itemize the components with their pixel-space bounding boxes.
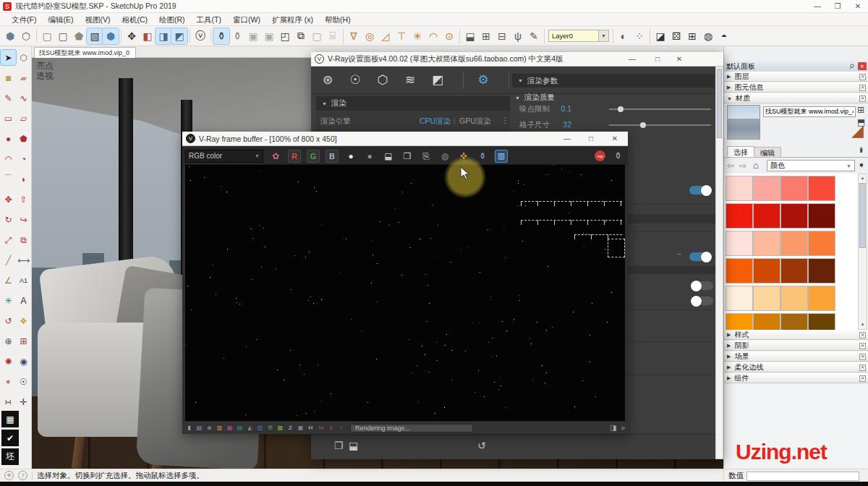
settings-save-icon[interactable]: ⬓ — [349, 440, 358, 451]
face-style-shaded-solid-icon[interactable]: ⬟ — [71, 28, 87, 44]
clear-image-icon[interactable]: ◍ — [438, 150, 451, 163]
material-replace-icon[interactable]: ⁘ — [631, 28, 647, 44]
push-pull-tool[interactable]: ⇧ — [16, 192, 31, 207]
vray-rect-light-icon[interactable]: ∇ — [346, 28, 362, 44]
option-toggle-off-1[interactable] — [692, 281, 713, 290]
select-tool[interactable]: ➤ — [1, 50, 16, 65]
color-swatch-22[interactable] — [781, 314, 807, 330]
vray-materials-tab-icon[interactable]: ≋ — [399, 69, 421, 91]
vray-clipper-icon[interactable]: ✎ — [526, 28, 542, 44]
color-swatch-17[interactable] — [754, 286, 780, 310]
color-swatch-7[interactable] — [809, 204, 835, 228]
move-tool[interactable]: ✥ — [1, 192, 16, 207]
param-value-1[interactable]: 32 — [550, 120, 571, 129]
color-swatch-10[interactable] — [781, 231, 807, 255]
polygon-tool[interactable]: ⬟ — [16, 131, 31, 146]
fb-teapot-icon[interactable]: ⚱ — [614, 150, 622, 161]
tray-materials-close-icon[interactable]: ✕ — [859, 95, 866, 102]
settings-scrollbar[interactable] — [715, 67, 723, 459]
face-style-textured-icon[interactable]: ▧ — [87, 28, 103, 44]
line-tool[interactable]: ✎ — [1, 90, 16, 106]
engine-more-icon[interactable]: ⋮ — [501, 116, 509, 124]
rotated-rectangle-tool[interactable]: ▱ — [16, 111, 31, 126]
material-category-dropdown[interactable]: 颜色 ▼ — [767, 160, 855, 171]
menu-extensions[interactable]: 扩展程序 (x) — [266, 13, 319, 26]
green-channel-button[interactable]: G — [307, 150, 320, 163]
vray-cloud-render-icon[interactable]: ▢ — [309, 28, 325, 44]
style-toggle-icon[interactable]: ◪ — [652, 28, 668, 44]
face-style-monochrome-icon[interactable]: ⬢ — [103, 28, 119, 44]
geolocation-icon[interactable]: ✛ — [4, 471, 14, 480]
color-swatch-13[interactable] — [754, 259, 780, 283]
menu-view[interactable]: 视图(V) — [79, 13, 116, 26]
fb-maximize[interactable]: □ — [581, 132, 601, 145]
3d-text-tool[interactable]: A — [16, 293, 31, 308]
vray-settings-gear-icon[interactable]: ⚙ — [472, 69, 494, 91]
scroll-up-icon[interactable]: ▲ — [859, 174, 867, 182]
swatch-scrollbar[interactable]: ▲ ▼ — [858, 174, 867, 330]
follow-me-tool[interactable]: ↪ — [16, 212, 31, 227]
maximize-button[interactable]: ❐ — [827, 0, 848, 12]
red-channel-button[interactable]: R — [288, 150, 301, 163]
vray-renderer-tab-icon[interactable]: ⊛ — [317, 69, 339, 91]
tray-components[interactable]: ▶组件✕ — [724, 373, 868, 383]
color-swatch-1[interactable] — [754, 176, 780, 200]
fb-layer-composite-icon[interactable]: ▮ — [185, 424, 193, 432]
dimension-tool[interactable]: ⟷ — [16, 252, 31, 268]
fb-expand-icon[interactable]: » — [621, 424, 625, 432]
settings-scroll-thumb[interactable] — [717, 69, 722, 138]
denoiser-toggle[interactable] — [689, 186, 711, 195]
color-swatch-4[interactable] — [726, 204, 752, 228]
color-swatch-16[interactable] — [726, 286, 752, 310]
vray-ies-light-icon[interactable]: ⊤ — [393, 28, 409, 44]
paint-bucket-tool[interactable]: ◙ — [1, 70, 16, 85]
render-params-header[interactable]: ▼渲染参数 — [512, 74, 715, 88]
orbit-tool[interactable]: ↺ — [1, 313, 16, 328]
color-swatch-5[interactable] — [754, 204, 780, 228]
fb-layer-curve-icon[interactable]: Z — [286, 424, 294, 432]
menu-file[interactable]: 文件(F) — [6, 13, 42, 26]
section-fill-icon[interactable]: ◨ — [156, 28, 171, 44]
pin-icon[interactable]: ⚲ — [848, 62, 856, 71]
color-swatch-20[interactable] — [726, 314, 752, 330]
white-bg-icon[interactable]: ● — [344, 150, 357, 163]
save-image-icon[interactable]: ⬓ — [382, 150, 395, 163]
close-button[interactable]: ✕ — [848, 0, 868, 12]
vray-lock-icon[interactable]: ⌸ — [325, 28, 341, 44]
minimize-button[interactable]: — — [807, 0, 827, 12]
fb-layer-green-icon[interactable]: ▩ — [276, 424, 284, 432]
section-plane-icon[interactable]: ◧ — [140, 28, 156, 44]
tray-shadows[interactable]: ▶阴影✕ — [724, 341, 868, 351]
vray-lights-tab-icon[interactable]: ☉ — [344, 69, 366, 91]
vray-proxy-import-icon[interactable]: ⊟ — [494, 28, 510, 44]
fb-dock-icon[interactable]: ◨ — [610, 424, 616, 432]
back-arrow-icon[interactable]: ⇦ — [727, 161, 734, 171]
color-swatch-12[interactable] — [726, 259, 752, 283]
scroll-down-icon[interactable]: ▼ — [859, 321, 867, 329]
rectangle-tool[interactable]: ▭ — [1, 111, 16, 126]
vray-settings-minimize[interactable]: — — [622, 53, 642, 65]
color-swatch-6[interactable] — [781, 204, 807, 228]
tray-materials[interactable]: ▼材质✕ — [724, 93, 868, 103]
zoom-tool[interactable]: ⊕ — [1, 333, 16, 349]
fb-layer-h-icon[interactable]: H — [307, 424, 315, 432]
slider-handle-1[interactable] — [640, 122, 646, 128]
axes-tool-icon[interactable]: ✥ — [124, 28, 140, 44]
freehand-tool[interactable]: ∿ — [16, 90, 31, 106]
vray-infinite-plane-icon[interactable]: ⬓ — [462, 28, 478, 44]
color-swatch-11[interactable] — [809, 231, 835, 255]
gpu-render-button[interactable]: GPU渲染 — [459, 116, 491, 127]
fb-layer-window-icon[interactable]: ▣ — [297, 424, 305, 432]
mp-badge-icon[interactable]: mp — [595, 150, 605, 161]
render-quality-header[interactable]: ▼渲染质量 — [515, 93, 555, 103]
forward-arrow-icon[interactable]: ⇨ — [739, 161, 746, 171]
slider-handle-0[interactable] — [618, 106, 624, 112]
layer-selector[interactable]: Layer0▼ — [548, 30, 609, 42]
vray-geometry-tab-icon[interactable]: ⬡ — [372, 69, 393, 91]
tab-edit[interactable]: 编辑 — [754, 147, 781, 158]
color-swatch-15[interactable] — [809, 259, 835, 283]
color-swatch-2[interactable] — [781, 176, 807, 200]
filled-arc-tool[interactable]: ◗ — [16, 171, 31, 187]
color-swatch-18[interactable] — [781, 286, 807, 310]
zoom-window-tool[interactable]: ⊞ — [16, 333, 31, 349]
